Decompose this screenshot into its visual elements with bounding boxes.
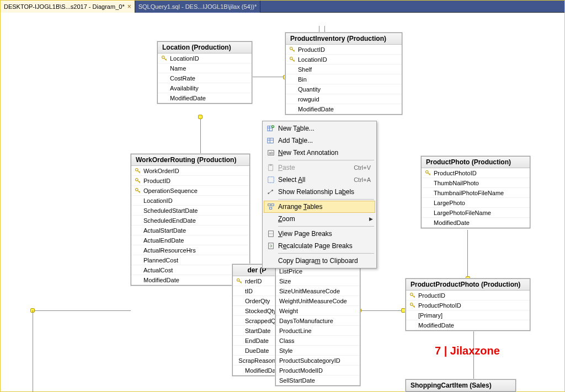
- menu-item[interactable]: Recalculate Page Breaks: [264, 240, 375, 252]
- column-row[interactable]: LocationID: [158, 53, 252, 63]
- primary-key-icon: [236, 278, 243, 284]
- column-name: DaysToManufacture: [279, 318, 333, 324]
- column-name: CostRate: [170, 75, 195, 82]
- svg-rect-42: [269, 164, 271, 166]
- menu-item[interactable]: Add Table...: [264, 135, 375, 147]
- close-icon[interactable]: ×: [127, 3, 131, 10]
- column-row[interactable]: rowguid: [286, 94, 402, 104]
- column-row[interactable]: ModifiedDate: [406, 320, 530, 330]
- column-row[interactable]: Availability: [158, 83, 252, 93]
- svg-line-23: [429, 173, 430, 174]
- table-productproductphoto[interactable]: ProductProductPhoto (Production) Product…: [406, 278, 530, 331]
- column-row[interactable]: ScheduledEndDate: [131, 216, 249, 225]
- svg-line-26: [414, 296, 415, 297]
- menu-separator: [278, 160, 374, 160]
- svg-line-8: [294, 60, 295, 61]
- menu-item[interactable]: Show Relationship Labels: [264, 186, 375, 198]
- menu-item[interactable]: Arrange Tables: [264, 201, 375, 213]
- column-name: LocationID: [170, 55, 199, 62]
- table-location[interactable]: Location (Production) LocationIDNameCost…: [157, 41, 252, 104]
- column-name: ScheduledEndDate: [143, 217, 196, 224]
- column-row[interactable]: ProductPhotoID: [406, 300, 530, 310]
- column-row[interactable]: ModifiedDate: [286, 104, 402, 114]
- column-row[interactable]: Style: [276, 346, 360, 356]
- column-row[interactable]: [Primary]: [406, 310, 530, 320]
- column-row[interactable]: Quantity: [286, 84, 402, 94]
- menu-item[interactable]: Zoom▶: [264, 213, 375, 225]
- select-all-icon: [266, 176, 276, 184]
- table-productphoto[interactable]: ProductPhoto (Production) ProductPhotoID…: [421, 156, 530, 228]
- submenu-arrow-icon: ▶: [367, 216, 373, 222]
- column-row[interactable]: Class: [276, 336, 360, 346]
- svg-line-29: [414, 305, 415, 307]
- tab-sqlquery[interactable]: SQLQuery1.sql - DES...IJOGL1B\jilax (54)…: [135, 1, 261, 13]
- table-new-icon: [266, 125, 276, 132]
- diagram-canvas[interactable]: Location (Production) LocationIDNameCost…: [1, 13, 564, 391]
- column-row[interactable]: ProductSubcategoryID: [276, 356, 360, 366]
- column-name: OperationSequence: [143, 187, 198, 194]
- column-row[interactable]: Bin: [286, 74, 402, 84]
- column-row[interactable]: ProductModelID: [276, 366, 360, 375]
- column-name: ActualEndDate: [143, 237, 184, 244]
- menu-item[interactable]: Copy Diagram to Clipboard: [264, 255, 375, 267]
- column-row[interactable]: ProductID: [286, 45, 402, 55]
- primary-key-icon: [289, 56, 296, 63]
- column-row[interactable]: ProductID: [131, 176, 249, 186]
- column-row[interactable]: PlannedCost: [131, 255, 249, 265]
- column-name: LargePhotoFileName: [434, 210, 491, 216]
- column-row[interactable]: ActualCost: [131, 265, 249, 275]
- column-row[interactable]: CostRate: [158, 73, 252, 83]
- column-row[interactable]: Name: [158, 63, 252, 73]
- column-name: WorkOrderID: [143, 168, 179, 174]
- table-productinventory[interactable]: ProductInventory (Production) ProductIDL…: [285, 33, 402, 115]
- column-row[interactable]: Weight: [276, 306, 360, 316]
- menu-item-label: Arrange Tables: [278, 203, 373, 211]
- column-row[interactable]: ThumbnailPhotoFileName: [422, 188, 530, 198]
- svg-rect-49: [269, 207, 271, 210]
- menu-item[interactable]: View Page Breaks: [264, 228, 375, 240]
- menu-item-label: Select All: [278, 176, 354, 184]
- column-row[interactable]: SellStartDate: [276, 375, 360, 385]
- column-row[interactable]: ActualResourceHrs: [131, 245, 249, 255]
- column-row[interactable]: ActualEndDate: [131, 235, 249, 245]
- column-row[interactable]: ModifiedDate: [131, 275, 249, 285]
- menu-item-label: Show Relationship Labels: [278, 188, 373, 196]
- column-row[interactable]: LocationID: [131, 196, 249, 206]
- menu-item[interactable]: New Table...: [264, 122, 375, 135]
- column-row[interactable]: WeightUnitMeasureCode: [276, 296, 360, 306]
- tab-diagram[interactable]: DESKTOP-IJOGL1B\S...s2017 - Diagram_0* ×: [1, 1, 135, 13]
- column-row[interactable]: LocationID: [286, 55, 402, 65]
- column-row[interactable]: ModifiedDate: [422, 218, 530, 228]
- column-row[interactable]: DaysToManufacture: [276, 316, 360, 326]
- column-row[interactable]: ScheduledStartDate: [131, 206, 249, 216]
- column-row[interactable]: ProductID: [406, 291, 530, 300]
- primary-key-icon: [289, 46, 296, 53]
- column-name: PlannedCost: [143, 257, 178, 264]
- column-row[interactable]: ThumbNailPhoto: [422, 178, 530, 188]
- column-name: ProductModelID: [279, 367, 323, 374]
- column-name: rowguid: [298, 96, 319, 103]
- column-row[interactable]: Size: [276, 276, 360, 286]
- column-name: Weight: [279, 308, 298, 314]
- svg-rect-48: [271, 204, 274, 206]
- column-row[interactable]: ModifiedDate: [158, 93, 252, 103]
- table-shoppingcartitem[interactable]: ShoppingCartItem (Sales): [406, 379, 516, 392]
- column-row[interactable]: SizeUnitMeasureCode: [276, 286, 360, 296]
- column-row[interactable]: Shelf: [286, 65, 402, 74]
- column-name: ProductID: [418, 292, 445, 299]
- menu-item[interactable]: Select AllCtrl+A: [264, 174, 375, 186]
- column-name: Shelf: [298, 66, 312, 73]
- svg-rect-47: [268, 204, 270, 206]
- column-row[interactable]: LargePhotoFileName: [422, 208, 530, 218]
- column-row[interactable]: ProductPhotoID: [422, 168, 530, 178]
- column-row[interactable]: LargePhoto: [422, 198, 530, 208]
- column-row[interactable]: ActualStartDate: [131, 225, 249, 235]
- relationship-endpoint-icon: [198, 115, 202, 119]
- column-name: Name: [170, 65, 186, 72]
- column-row[interactable]: WorkOrderID: [131, 166, 249, 176]
- table-header: WorkOrderRouting (Production): [131, 154, 249, 166]
- table-header: ProductPhoto (Production): [422, 157, 530, 168]
- column-row[interactable]: ProductLine: [276, 326, 360, 336]
- menu-item[interactable]: abNew Text Annotation: [264, 147, 375, 159]
- column-row[interactable]: OperationSequence: [131, 186, 249, 196]
